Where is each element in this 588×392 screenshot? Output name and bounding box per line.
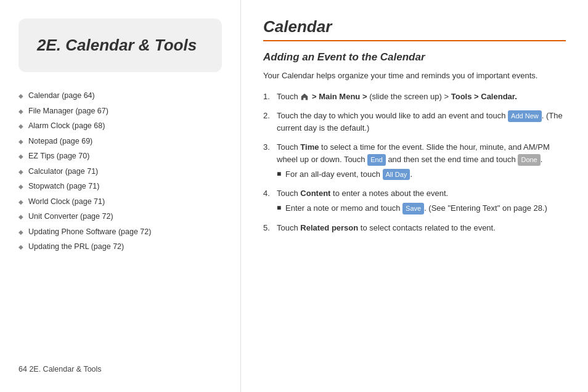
step-4: 4. Touch Content to enter a notes about … <box>263 187 566 214</box>
end-btn-label: End <box>367 154 386 166</box>
all-day-btn-label: All Day <box>383 169 410 181</box>
step-content-2: Touch the day to which you would like to… <box>277 110 566 134</box>
home-icon <box>300 92 309 101</box>
list-item: ◆ Alarm Clock (page 68) <box>18 121 222 132</box>
step-1: 1. Touch > Main Menu > (slide the screen… <box>263 91 566 103</box>
list-item: ◆ Updating the PRL (page 72) <box>18 242 222 253</box>
footer-text: 64 2E. Calendar & Tools <box>18 359 222 374</box>
step-5: 5. Touch Related person to select contac… <box>263 222 566 234</box>
done-btn-label: Done <box>518 154 540 166</box>
bullet-icon: ◆ <box>18 122 23 131</box>
right-panel: Calendar Adding an Event to the Calendar… <box>240 0 588 392</box>
bullet-icon: ◆ <box>18 182 23 191</box>
chapter-title: 2E. Calendar & Tools <box>37 36 203 55</box>
save-btn-label: Save <box>402 203 424 214</box>
step-content-4: Touch Content to enter a notes about the… <box>277 187 566 214</box>
step-content-3: Touch Time to select a time for the even… <box>277 141 566 180</box>
bullet-icon: ◆ <box>18 243 23 251</box>
chapter-box: 2E. Calendar & Tools <box>18 18 222 72</box>
list-item: ◆ Notepad (page 69) <box>18 136 222 147</box>
step-3-sub-bullet: ■ For an all-day event, touch All Day. <box>277 168 566 181</box>
left-panel: 2E. Calendar & Tools ◆ Calendar (page 64… <box>0 0 240 392</box>
list-item: ◆ Stopwatch (page 71) <box>18 181 222 192</box>
list-item: ◆ Calculator (page 71) <box>18 166 222 178</box>
intro-text: Your Calendar helps organize your time a… <box>263 70 566 82</box>
list-item: ◆ Unit Converter (page 72) <box>18 211 222 223</box>
bullet-icon: ◆ <box>18 228 23 237</box>
section-title: Calendar <box>263 17 566 36</box>
add-new-btn-label: Add New <box>508 110 542 122</box>
list-item: ◆ EZ Tips (page 70) <box>18 151 222 162</box>
list-item: ◆ Calendar (page 64) <box>18 91 222 102</box>
list-item: ◆ World Clock (page 71) <box>18 197 222 208</box>
bullet-icon: ◆ <box>18 198 23 206</box>
bullet-icon: ◆ <box>18 168 23 176</box>
sub-bullet-marker: ■ <box>277 202 285 213</box>
bullet-icon: ◆ <box>18 137 23 146</box>
step-number-1: 1. <box>263 91 277 103</box>
step-content-5: Touch Related person to select contacts … <box>277 222 566 234</box>
step-number-5: 5. <box>263 222 277 234</box>
bullet-icon: ◆ <box>18 213 23 221</box>
bullet-icon: ◆ <box>18 152 23 161</box>
toc-list: ◆ Calendar (page 64) ◆ File Manager (pag… <box>18 91 222 253</box>
step-4-sub-bullet: ■ Enter a note or memo and touch Save. (… <box>277 202 566 214</box>
step-2: 2. Touch the day to which you would like… <box>263 110 566 134</box>
section-divider <box>263 40 566 41</box>
step-3: 3. Touch Time to select a time for the e… <box>263 141 566 180</box>
bullet-icon: ◆ <box>18 92 23 100</box>
sub-bullet-marker: ■ <box>277 168 285 179</box>
list-item: ◆ File Manager (page 67) <box>18 106 222 117</box>
step-number-4: 4. <box>263 187 277 200</box>
step-number-2: 2. <box>263 110 277 122</box>
steps-list: 1. Touch > Main Menu > (slide the screen… <box>263 91 566 234</box>
subsection-title: Adding an Event to the Calendar <box>263 51 566 63</box>
step-number-3: 3. <box>263 141 277 153</box>
list-item: ◆ Updating Phone Software (page 72) <box>18 227 222 238</box>
bullet-icon: ◆ <box>18 107 23 116</box>
step-content-1: Touch > Main Menu > (slide the screen up… <box>277 91 566 103</box>
